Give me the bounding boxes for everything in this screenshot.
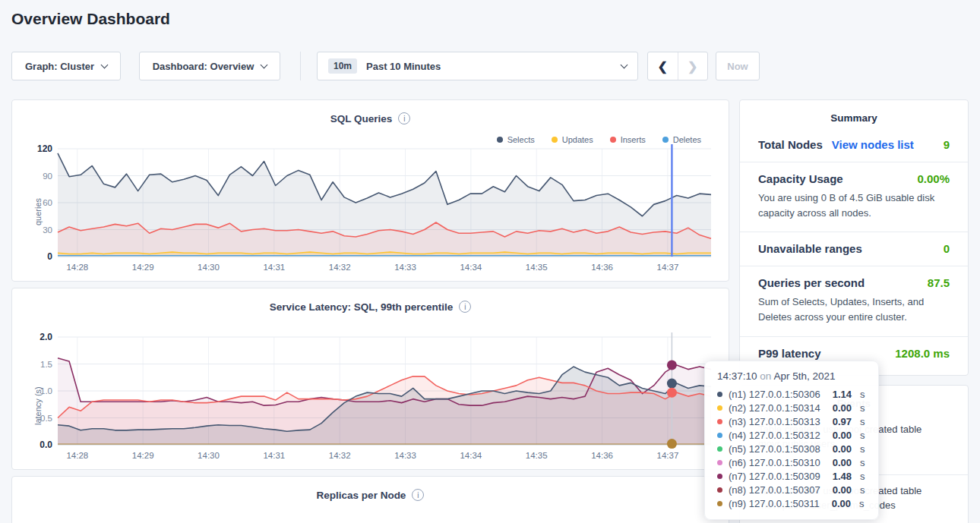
- svg-text:1.5: 1.5: [40, 360, 52, 369]
- svg-text:14:30: 14:30: [198, 451, 220, 460]
- svg-text:0.0: 0.0: [40, 440, 52, 450]
- svg-text:0.5: 0.5: [40, 414, 52, 423]
- chart-hover-tooltip: 14:37:10 on Apr 5th, 2021 (n1) 127.0.0.1…: [704, 361, 879, 520]
- info-icon[interactable]: i: [459, 301, 471, 313]
- tooltip-node-row: (n8) 127.0.0.1:503070.00s: [717, 483, 866, 496]
- svg-text:30: 30: [43, 225, 52, 235]
- summary-stat-label: P99 latency: [758, 347, 821, 360]
- sql-queries-chart[interactable]: 14:2814:2914:3014:3114:3214:3314:3414:35…: [24, 143, 716, 279]
- prev-range-button[interactable]: ❮: [648, 52, 678, 80]
- svg-text:0: 0: [47, 251, 52, 262]
- tooltip-node-row: (n2) 127.0.0.1:503140.00s: [717, 401, 866, 414]
- replicas-per-node-panel: Replicas per Node i: [11, 476, 729, 523]
- svg-text:1.0: 1.0: [40, 386, 52, 395]
- tooltip-node-label: (n5) 127.0.0.1:50308: [729, 443, 820, 455]
- now-button: Now: [716, 52, 760, 80]
- tooltip-node-row: (n4) 127.0.0.1:503120.00s: [717, 428, 866, 442]
- sql-queries-panel: SQL Queries i SelectsUpdatesInsertsDelet…: [11, 99, 729, 282]
- replicas-per-node-title: Replicas per Node i: [12, 477, 729, 501]
- service-latency-title: Service Latency: SQL, 99th percentile i: [12, 288, 729, 313]
- summary-row: Capacity Usage0.00%You are using 0 B of …: [740, 162, 968, 232]
- service-latency-chart[interactable]: 14:2814:2914:3014:3114:3214:3314:3414:35…: [24, 331, 716, 468]
- view-nodes-list-link[interactable]: View nodes list: [832, 138, 914, 151]
- legend-color-dot: [497, 137, 503, 143]
- svg-text:14:36: 14:36: [591, 451, 613, 460]
- svg-text:14:37: 14:37: [657, 451, 679, 460]
- tooltip-node-row: (n6) 127.0.0.1:503100.00s: [717, 455, 866, 469]
- tooltip-node-unit: s: [860, 402, 865, 414]
- series-color-dot: [717, 460, 722, 465]
- series-color-dot: [717, 433, 722, 438]
- tooltip-node-unit: s: [860, 443, 865, 455]
- graph-dropdown[interactable]: Graph: Cluster: [11, 52, 121, 80]
- svg-text:14:34: 14:34: [460, 263, 482, 272]
- series-color-dot: [717, 419, 722, 424]
- svg-text:120: 120: [37, 143, 52, 154]
- svg-text:14:35: 14:35: [526, 451, 548, 460]
- tooltip-node-value: 1.48: [833, 471, 852, 482]
- summary-row: Queries per second87.5Sum of Selects, Up…: [740, 266, 968, 336]
- tooltip-node-row: (n7) 127.0.0.1:503091.48s: [717, 469, 866, 483]
- tooltip-node-value: 0.00: [833, 484, 852, 496]
- summary-row: Total NodesView nodes list9: [740, 128, 968, 162]
- summary-stat-note: Sum of Selects, Updates, Inserts, and De…: [758, 295, 950, 325]
- svg-text:14:28: 14:28: [66, 451, 88, 460]
- tooltip-node-label: (n2) 127.0.0.1:50314: [729, 402, 820, 414]
- series-color-dot: [717, 487, 722, 493]
- svg-text:14:34: 14:34: [460, 451, 482, 460]
- svg-text:2.0: 2.0: [40, 332, 52, 342]
- sql-queries-title: SQL Queries i: [12, 100, 729, 124]
- time-range-badge: 10m: [328, 58, 357, 74]
- line-chart[interactable]: 14:2814:2914:3014:3114:3214:3314:3414:35…: [24, 143, 716, 276]
- tooltip-node-label: (n8) 127.0.0.1:50307: [729, 484, 820, 496]
- svg-text:14:29: 14:29: [132, 263, 154, 272]
- tooltip-node-value: 0.00: [833, 430, 852, 441]
- tooltip-node-unit: s: [860, 471, 865, 482]
- svg-text:14:32: 14:32: [329, 263, 351, 272]
- tooltip-node-label: (n3) 127.0.0.1:50313: [729, 416, 820, 427]
- tooltip-node-value: 0.00: [833, 457, 852, 468]
- summary-row: Unavailable ranges0: [740, 232, 968, 266]
- tooltip-node-value: 0.97: [833, 416, 852, 427]
- legend-color-dot: [662, 137, 669, 143]
- page-title: Overview Dashboard: [11, 10, 170, 28]
- tooltip-node-label: (n1) 127.0.0.1:50306: [729, 389, 820, 400]
- svg-text:14:37: 14:37: [657, 263, 679, 272]
- tooltip-node-value: 1.14: [833, 389, 852, 400]
- svg-text:60: 60: [43, 198, 52, 207]
- time-pager: ❮ ❯: [647, 52, 708, 80]
- tooltip-node-unit: s: [860, 457, 865, 468]
- info-icon[interactable]: i: [412, 489, 424, 501]
- tooltip-node-unit: s: [860, 389, 865, 400]
- toolbar-divider: [300, 52, 301, 80]
- dashboard-dropdown[interactable]: Dashboard: Overview: [139, 52, 280, 80]
- summary-panel: Summary Total NodesView nodes list9Capac…: [739, 99, 969, 376]
- tooltip-node-value: 0.00: [833, 443, 852, 455]
- summary-stat-value: 0.00%: [917, 172, 950, 185]
- next-range-button: ❯: [678, 52, 708, 80]
- tooltip-node-label: (n4) 127.0.0.1:50312: [729, 430, 820, 441]
- chevron-down-icon: [621, 61, 628, 68]
- svg-text:14:28: 14:28: [66, 263, 88, 272]
- svg-text:14:33: 14:33: [394, 263, 416, 272]
- tooltip-node-row: (n9) 127.0.0.1:503110.00s: [717, 496, 866, 510]
- series-color-dot: [717, 474, 722, 479]
- summary-stat-value: 87.5: [928, 276, 950, 289]
- line-chart[interactable]: 14:2814:2914:3014:3114:3214:3314:3414:35…: [24, 331, 716, 465]
- summary-stat-note: You are using 0 B of 4.5 GiB usable disk…: [758, 191, 950, 221]
- summary-stat-value: 1208.0 ms: [895, 347, 950, 360]
- summary-stat-label: Queries per second: [758, 276, 865, 289]
- tooltip-node-value: 0.00: [833, 402, 852, 414]
- time-range-select[interactable]: 10m Past 10 Minutes: [317, 52, 638, 80]
- info-icon[interactable]: i: [398, 112, 410, 124]
- svg-text:14:30: 14:30: [198, 263, 220, 272]
- svg-text:14:31: 14:31: [263, 451, 285, 460]
- series-color-dot: [717, 501, 722, 506]
- tooltip-node-row: (n3) 127.0.0.1:503130.97s: [717, 414, 866, 428]
- summary-stat-label: Unavailable ranges: [758, 242, 862, 255]
- service-latency-panel: Service Latency: SQL, 99th percentile i …: [11, 288, 729, 470]
- tooltip-node-label: (n9) 127.0.0.1:50311: [729, 498, 820, 509]
- series-color-dot: [717, 405, 722, 411]
- tooltip-node-row: (n5) 127.0.0.1:503080.00s: [717, 442, 866, 455]
- tooltip-node-unit: s: [860, 416, 865, 427]
